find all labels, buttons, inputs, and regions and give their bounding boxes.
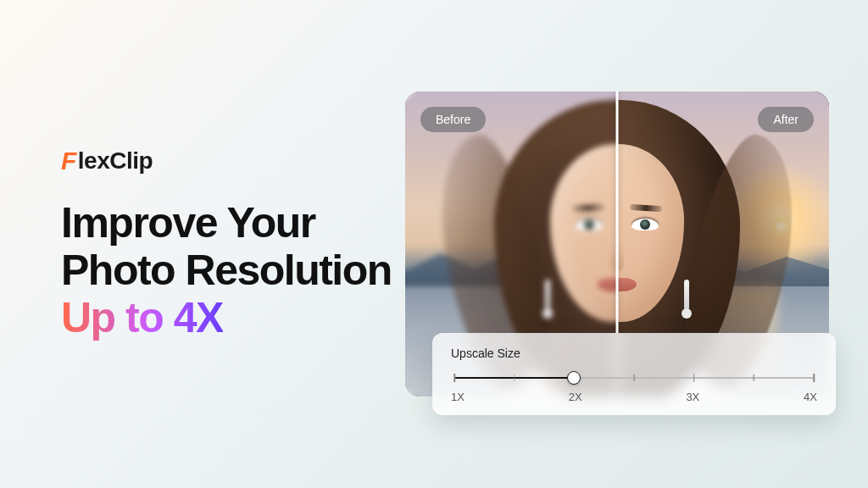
- brand-logo: FlexClip: [61, 147, 400, 175]
- headline-line1: Improve Your: [61, 199, 315, 247]
- slider-tick: [754, 374, 755, 381]
- upscale-slider[interactable]: [454, 370, 814, 385]
- logo-text: lexClip: [78, 147, 153, 175]
- slider-tick: [693, 374, 695, 382]
- slider-labels: 1X 2X 3X 4X: [451, 391, 817, 403]
- slider-tick: [633, 374, 635, 381]
- slider-label: 4X: [804, 391, 817, 403]
- slider-tick: [514, 374, 515, 381]
- headline-accent: Up to 4X: [61, 294, 223, 341]
- slider-label: 1X: [451, 391, 465, 403]
- slider-tick: [813, 374, 815, 382]
- slider-tick: [453, 374, 455, 382]
- after-badge: After: [758, 107, 814, 132]
- upscale-title: Upscale Size: [451, 347, 817, 360]
- slider-knob[interactable]: [567, 371, 581, 385]
- hero-right: Before After Upscale Size: [400, 92, 834, 396]
- before-badge: Before: [420, 107, 486, 132]
- headline-line2: Photo Resolution: [61, 247, 392, 294]
- logo-f-glyph: F: [61, 147, 76, 175]
- compare-card: Before After Upscale Size: [405, 92, 829, 396]
- slider-label: 3X: [686, 391, 699, 403]
- slider-label: 2X: [569, 391, 582, 403]
- hero-left: FlexClip Improve Your Photo Resolution U…: [61, 147, 400, 341]
- upscale-panel: Upscale Size 1X 2X 3X 4: [432, 333, 836, 415]
- page-title: Improve Your Photo Resolution Up to 4X: [61, 199, 400, 341]
